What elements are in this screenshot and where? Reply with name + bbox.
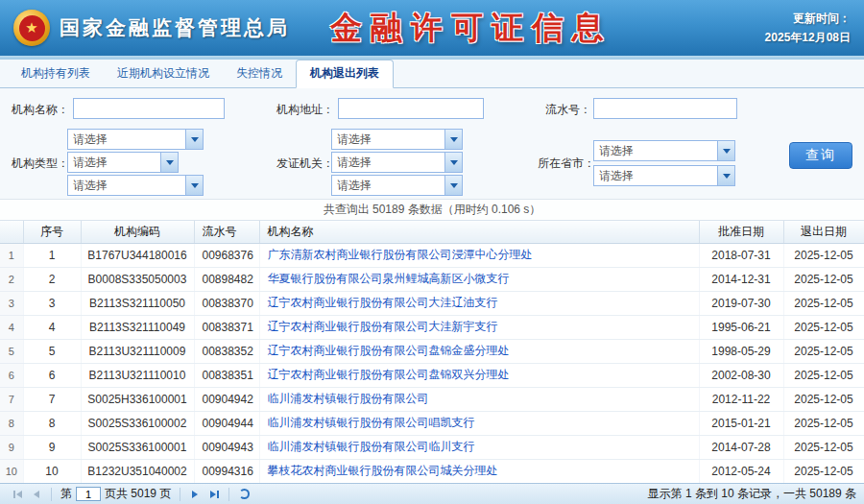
pager-divider (228, 488, 229, 501)
province-select[interactable]: 请选择 (593, 140, 735, 161)
tab-loss-of-control[interactable]: 失控情况 (223, 60, 296, 87)
chevron-down-icon[interactable] (444, 176, 462, 195)
page-number-input[interactable] (76, 487, 101, 501)
col-code: 机构编码 (81, 221, 194, 243)
institution-type-select-1[interactable]: 请选择 (67, 129, 204, 150)
table-header-row: 序号 机构编码 流水号 机构名称 批准日期 退出日期 (0, 221, 864, 243)
pagination-bar: 第 页共 5019 页 显示第 1 条到 10 条记录，一共 50189 条 (0, 483, 864, 504)
table-row[interactable]: 9 9 S0025S336100001 00904943 临川浦发村镇银行股份有… (0, 435, 864, 459)
issuing-authority-label: 发证机关： (276, 156, 334, 172)
prev-page-button[interactable] (27, 487, 46, 502)
header: ★ 国家金融监督管理总局 金融许可证信息 更新时间： 2025年12月08日 (0, 0, 864, 56)
table-row[interactable]: 6 6 B2113U321110010 00838351 辽宁农村商业银行股份有… (0, 363, 864, 387)
pager-divider (180, 488, 180, 501)
update-time: 更新时间： 2025年12月08日 (765, 9, 851, 48)
page-label-post: 页共 5019 页 (105, 486, 171, 502)
table-row[interactable]: 7 7 S0025H336100001 00904942 临川浦发村镇银行股份有… (0, 387, 864, 411)
institution-name-link[interactable]: 临川浦发村镇银行股份有限公司唱凯支行 (268, 416, 475, 429)
refresh-icon[interactable] (234, 487, 253, 502)
result-summary: 共查询出 50189 条数据（用时约 0.106 s） (0, 200, 864, 221)
issuing-authority-select-2-value: 请选择 (332, 153, 444, 172)
table-row[interactable]: 10 10 B1232U351040002 00994316 攀枝花农村商业银行… (0, 459, 864, 483)
col-seq: 序号 (23, 221, 81, 243)
province-select-value: 请选择 (594, 141, 717, 160)
update-time-label: 更新时间： (765, 9, 851, 28)
tab-institution-holding-list[interactable]: 机构持有列表 (8, 60, 104, 87)
pager-divider (51, 488, 52, 501)
institution-name-link[interactable]: 辽宁农村商业银行股份有限公司大洼新宇支行 (268, 320, 498, 333)
chevron-down-icon[interactable] (185, 130, 203, 149)
issuing-authority-select-2[interactable]: 请选择 (331, 152, 463, 173)
institution-name-link[interactable]: 华夏银行股份有限公司泉州鲤城高新区小微支行 (268, 272, 510, 285)
institution-name-input[interactable] (73, 98, 225, 119)
record-count-status: 显示第 1 条到 10 条记录，一共 50189 条 (648, 486, 856, 502)
update-time-date: 2025年12月08日 (765, 28, 851, 47)
last-page-button[interactable] (204, 487, 224, 502)
institution-name-link[interactable]: 辽宁农村商业银行股份有限公司盘锦金盛分理处 (268, 344, 510, 357)
institution-type-select-3-value: 请选择 (68, 176, 185, 195)
next-page-button[interactable] (185, 487, 204, 502)
institution-address-input[interactable] (338, 98, 484, 119)
org-name: 国家金融监督管理总局 (60, 14, 290, 41)
table-row[interactable]: 5 5 B2113U321110009 00838352 辽宁农村商业银行股份有… (0, 339, 864, 363)
star-icon: ★ (19, 15, 45, 41)
chevron-down-icon[interactable] (160, 153, 178, 172)
col-approved: 批准日期 (699, 221, 783, 243)
national-emblem-icon: ★ (13, 10, 50, 46)
issuing-authority-select-3[interactable]: 请选择 (331, 175, 463, 196)
institution-name-link[interactable]: 临川浦发村镇银行股份有限公司临川支行 (268, 440, 475, 453)
results-table: 序号 机构编码 流水号 机构名称 批准日期 退出日期 1 1 B1767U344… (0, 221, 864, 483)
table-row[interactable]: 4 4 B2113S321110049 00838371 辽宁农村商业银行股份有… (0, 315, 864, 339)
page-title: 金融许可证信息 (330, 7, 612, 50)
chevron-down-icon[interactable] (444, 130, 462, 149)
col-serial: 流水号 (194, 221, 259, 243)
institution-address-label: 机构地址： (276, 102, 334, 118)
institution-name-link[interactable]: 辽宁农村商业银行股份有限公司大洼辽油支行 (268, 296, 498, 309)
institution-name-label: 机构名称： (12, 102, 69, 118)
issuing-authority-select-3-value: 请选择 (332, 176, 444, 195)
chevron-down-icon[interactable] (444, 153, 462, 172)
institution-type-select-1-value: 请选择 (68, 130, 185, 149)
institution-type-label: 机构类型： (12, 156, 69, 172)
institution-type-select-3[interactable]: 请选择 (67, 175, 204, 196)
table-row[interactable]: 3 3 B2113S321110050 00838370 辽宁农村商业银行股份有… (0, 291, 864, 315)
institution-name-link[interactable]: 辽宁农村商业银行股份有限公司盘锦双兴分理处 (268, 368, 510, 381)
chevron-down-icon[interactable] (185, 176, 203, 195)
serial-number-label: 流水号： (545, 102, 591, 118)
issuing-authority-select-1-value: 请选择 (332, 130, 444, 149)
tab-institution-exit-list[interactable]: 机构退出列表 (296, 60, 394, 88)
table-row[interactable]: 1 1 B1767U344180016 00968376 广东清新农村商业银行股… (0, 243, 864, 267)
search-panel: 机构名称： 机构地址： 流水号： 机构类型： 请选择 请选择 请选择 发证机关：… (0, 88, 864, 200)
tab-recent-establishment[interactable]: 近期机构设立情况 (104, 60, 223, 87)
app-window: ★ 国家金融监督管理总局 金融许可证信息 更新时间： 2025年12月08日 机… (0, 0, 864, 504)
city-select[interactable]: 请选择 (593, 165, 735, 186)
table-row[interactable]: 8 8 S0025S336100002 00904944 临川浦发村镇银行股份有… (0, 411, 864, 435)
institution-type-select-2[interactable]: 请选择 (67, 152, 179, 173)
institution-name-link[interactable]: 广东清新农村商业银行股份有限公司浸潭中心分理处 (268, 248, 533, 261)
institution-name-link[interactable]: 临川浦发村镇银行股份有限公司 (268, 392, 429, 405)
institution-name-link[interactable]: 攀枝花农村商业银行股份有限公司城关分理处 (268, 464, 498, 477)
issuing-authority-select-1[interactable]: 请选择 (331, 129, 463, 150)
page-label-pre: 第 (60, 486, 72, 502)
province-city-label: 所在省市： (538, 156, 595, 172)
table-row[interactable]: 2 2 B0008S335050003 00898482 华夏银行股份有限公司泉… (0, 267, 864, 291)
institution-type-select-2-value: 请选择 (68, 153, 160, 172)
city-select-value: 请选择 (594, 166, 717, 185)
col-rownum (0, 221, 23, 243)
chevron-down-icon[interactable] (717, 141, 734, 160)
first-page-button[interactable] (8, 487, 27, 502)
query-button[interactable]: 查询 (789, 142, 852, 169)
serial-number-input[interactable] (593, 98, 737, 119)
tab-bar: 机构持有列表 近期机构设立情况 失控情况 机构退出列表 (0, 60, 864, 88)
col-exited: 退出日期 (783, 221, 864, 243)
col-name: 机构名称 (259, 221, 699, 243)
chevron-down-icon[interactable] (717, 166, 734, 185)
